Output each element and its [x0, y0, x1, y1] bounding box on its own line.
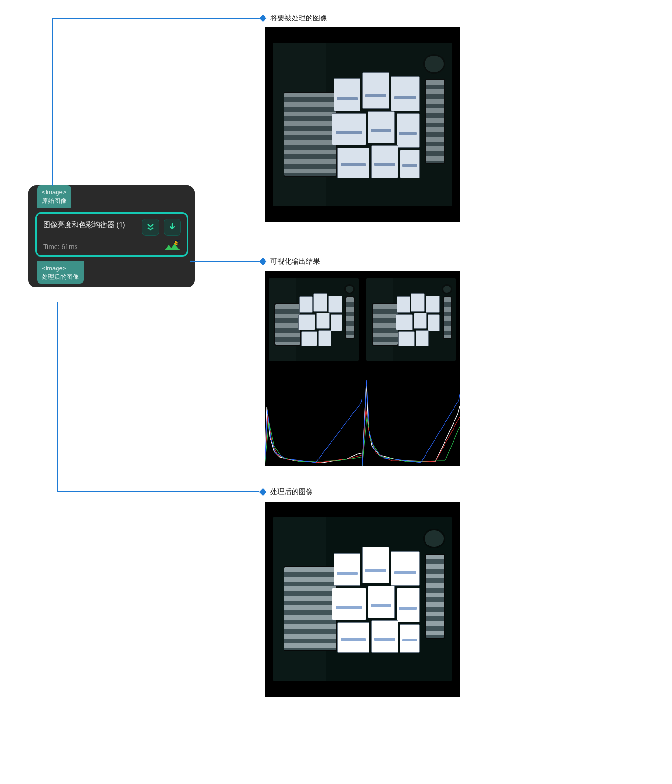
connector-line: [52, 18, 259, 19]
connector-line: [57, 302, 58, 491]
download-button[interactable]: [164, 219, 181, 236]
image-visual-output: [265, 271, 460, 466]
svg-point-2: [176, 241, 178, 242]
output-port-name: 处理后的图像: [42, 273, 79, 280]
chevrons-down-icon: [146, 222, 155, 232]
quad-bottom-left-histogram: [265, 368, 362, 466]
callout-visual-text: 可视化输出结果: [270, 257, 320, 266]
image-input-thumb: [265, 27, 460, 222]
separator: [264, 238, 461, 238]
callout-input: 将要被处理的图像: [260, 14, 327, 23]
quad-top-right: [362, 271, 460, 368]
bullet-icon: [259, 15, 267, 22]
callout-visual: 可视化输出结果: [260, 257, 320, 266]
connector-line: [52, 18, 53, 186]
quad-bottom-right-histogram: [362, 368, 460, 466]
quad-top-left: [265, 271, 362, 368]
connector-line: [57, 491, 259, 492]
node-body[interactable]: 图像亮度和色彩均衡器 (1) Time: 61ms: [35, 212, 188, 257]
callout-output: 处理后的图像: [260, 488, 313, 497]
connector-line: [190, 261, 259, 262]
node-time: Time: 61ms: [43, 243, 180, 250]
download-arrow-icon: [168, 222, 177, 232]
callout-input-text: 将要被处理的图像: [270, 14, 327, 23]
bullet-icon: [259, 258, 267, 266]
output-port-tag[interactable]: <Image> 处理后的图像: [37, 261, 84, 284]
node-card: <Image> 原始图像 图像亮度和色彩均衡器 (1) Time: 61ms: [28, 185, 195, 287]
visual-output-icon[interactable]: [165, 240, 180, 251]
input-port-tag[interactable]: <Image> 原始图像: [37, 185, 71, 208]
input-port-type: <Image>: [42, 189, 66, 196]
input-port-name: 原始图像: [42, 197, 66, 204]
callout-output-text: 处理后的图像: [270, 488, 313, 497]
image-output-thumb: [265, 502, 460, 697]
output-port-type: <Image>: [42, 265, 66, 272]
expand-button[interactable]: [142, 219, 159, 236]
bullet-icon: [259, 488, 267, 496]
